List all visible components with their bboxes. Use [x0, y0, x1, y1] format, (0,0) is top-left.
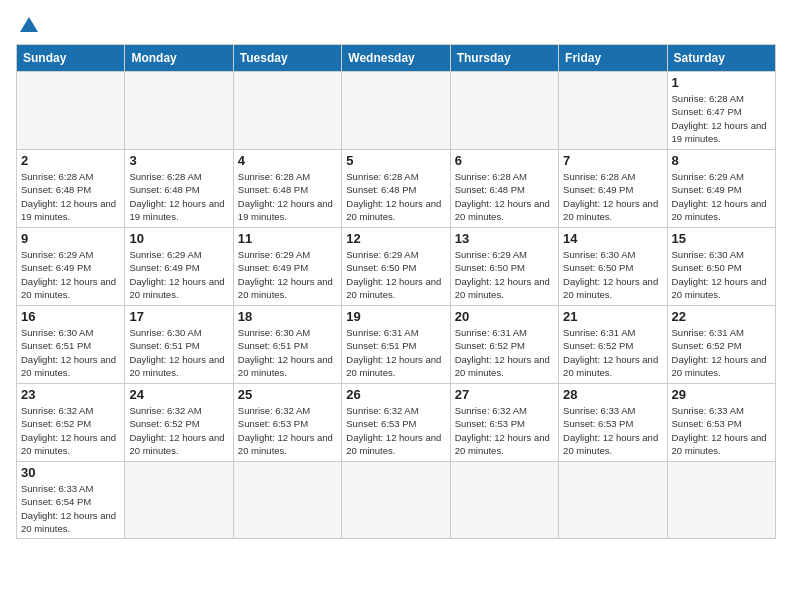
weekday-header-tuesday: Tuesday [233, 45, 341, 72]
day-info: Sunrise: 6:29 AM Sunset: 6:49 PM Dayligh… [238, 248, 337, 301]
day-number: 22 [672, 309, 771, 324]
calendar-day-cell: 28Sunrise: 6:33 AM Sunset: 6:53 PM Dayli… [559, 384, 667, 462]
day-info: Sunrise: 6:28 AM Sunset: 6:48 PM Dayligh… [129, 170, 228, 223]
calendar-day-cell [342, 72, 450, 150]
day-number: 6 [455, 153, 554, 168]
calendar-day-cell: 11Sunrise: 6:29 AM Sunset: 6:49 PM Dayli… [233, 228, 341, 306]
weekday-header-wednesday: Wednesday [342, 45, 450, 72]
day-info: Sunrise: 6:30 AM Sunset: 6:50 PM Dayligh… [563, 248, 662, 301]
day-number: 1 [672, 75, 771, 90]
day-number: 27 [455, 387, 554, 402]
day-number: 16 [21, 309, 120, 324]
day-number: 7 [563, 153, 662, 168]
day-info: Sunrise: 6:30 AM Sunset: 6:51 PM Dayligh… [21, 326, 120, 379]
day-info: Sunrise: 6:33 AM Sunset: 6:53 PM Dayligh… [672, 404, 771, 457]
calendar-week-row: 9Sunrise: 6:29 AM Sunset: 6:49 PM Daylig… [17, 228, 776, 306]
calendar-day-cell: 15Sunrise: 6:30 AM Sunset: 6:50 PM Dayli… [667, 228, 775, 306]
day-number: 26 [346, 387, 445, 402]
calendar-day-cell: 25Sunrise: 6:32 AM Sunset: 6:53 PM Dayli… [233, 384, 341, 462]
calendar-week-row: 2Sunrise: 6:28 AM Sunset: 6:48 PM Daylig… [17, 150, 776, 228]
calendar-day-cell: 19Sunrise: 6:31 AM Sunset: 6:51 PM Dayli… [342, 306, 450, 384]
day-info: Sunrise: 6:30 AM Sunset: 6:51 PM Dayligh… [129, 326, 228, 379]
calendar-week-row: 23Sunrise: 6:32 AM Sunset: 6:52 PM Dayli… [17, 384, 776, 462]
day-info: Sunrise: 6:29 AM Sunset: 6:50 PM Dayligh… [346, 248, 445, 301]
calendar-day-cell: 6Sunrise: 6:28 AM Sunset: 6:48 PM Daylig… [450, 150, 558, 228]
calendar-day-cell [667, 462, 775, 539]
calendar-day-cell [125, 462, 233, 539]
calendar-day-cell [450, 72, 558, 150]
calendar-day-cell: 30Sunrise: 6:33 AM Sunset: 6:54 PM Dayli… [17, 462, 125, 539]
logo [16, 16, 40, 36]
day-number: 28 [563, 387, 662, 402]
day-number: 25 [238, 387, 337, 402]
calendar-day-cell: 16Sunrise: 6:30 AM Sunset: 6:51 PM Dayli… [17, 306, 125, 384]
day-info: Sunrise: 6:31 AM Sunset: 6:52 PM Dayligh… [563, 326, 662, 379]
weekday-header-saturday: Saturday [667, 45, 775, 72]
calendar-day-cell [559, 72, 667, 150]
calendar-week-row: 1Sunrise: 6:28 AM Sunset: 6:47 PM Daylig… [17, 72, 776, 150]
calendar-day-cell: 22Sunrise: 6:31 AM Sunset: 6:52 PM Dayli… [667, 306, 775, 384]
calendar-day-cell [342, 462, 450, 539]
calendar-day-cell: 5Sunrise: 6:28 AM Sunset: 6:48 PM Daylig… [342, 150, 450, 228]
day-number: 17 [129, 309, 228, 324]
calendar-day-cell: 18Sunrise: 6:30 AM Sunset: 6:51 PM Dayli… [233, 306, 341, 384]
weekday-header-friday: Friday [559, 45, 667, 72]
day-number: 12 [346, 231, 445, 246]
calendar-day-cell: 8Sunrise: 6:29 AM Sunset: 6:49 PM Daylig… [667, 150, 775, 228]
day-number: 14 [563, 231, 662, 246]
day-info: Sunrise: 6:28 AM Sunset: 6:48 PM Dayligh… [455, 170, 554, 223]
day-info: Sunrise: 6:31 AM Sunset: 6:52 PM Dayligh… [455, 326, 554, 379]
day-number: 15 [672, 231, 771, 246]
day-info: Sunrise: 6:28 AM Sunset: 6:48 PM Dayligh… [21, 170, 120, 223]
calendar-day-cell: 10Sunrise: 6:29 AM Sunset: 6:49 PM Dayli… [125, 228, 233, 306]
day-number: 10 [129, 231, 228, 246]
day-info: Sunrise: 6:32 AM Sunset: 6:53 PM Dayligh… [346, 404, 445, 457]
calendar-day-cell: 27Sunrise: 6:32 AM Sunset: 6:53 PM Dayli… [450, 384, 558, 462]
calendar-day-cell: 4Sunrise: 6:28 AM Sunset: 6:48 PM Daylig… [233, 150, 341, 228]
day-number: 8 [672, 153, 771, 168]
calendar-week-row: 30Sunrise: 6:33 AM Sunset: 6:54 PM Dayli… [17, 462, 776, 539]
day-number: 20 [455, 309, 554, 324]
weekday-header-row: SundayMondayTuesdayWednesdayThursdayFrid… [17, 45, 776, 72]
day-number: 18 [238, 309, 337, 324]
day-info: Sunrise: 6:31 AM Sunset: 6:51 PM Dayligh… [346, 326, 445, 379]
calendar-week-row: 16Sunrise: 6:30 AM Sunset: 6:51 PM Dayli… [17, 306, 776, 384]
day-number: 29 [672, 387, 771, 402]
logo-icon [18, 14, 40, 36]
calendar-day-cell: 14Sunrise: 6:30 AM Sunset: 6:50 PM Dayli… [559, 228, 667, 306]
day-info: Sunrise: 6:30 AM Sunset: 6:51 PM Dayligh… [238, 326, 337, 379]
day-number: 4 [238, 153, 337, 168]
day-info: Sunrise: 6:32 AM Sunset: 6:53 PM Dayligh… [455, 404, 554, 457]
calendar-day-cell: 13Sunrise: 6:29 AM Sunset: 6:50 PM Dayli… [450, 228, 558, 306]
day-number: 19 [346, 309, 445, 324]
day-number: 13 [455, 231, 554, 246]
day-info: Sunrise: 6:28 AM Sunset: 6:48 PM Dayligh… [238, 170, 337, 223]
calendar-day-cell: 7Sunrise: 6:28 AM Sunset: 6:49 PM Daylig… [559, 150, 667, 228]
weekday-header-thursday: Thursday [450, 45, 558, 72]
calendar-day-cell: 21Sunrise: 6:31 AM Sunset: 6:52 PM Dayli… [559, 306, 667, 384]
day-info: Sunrise: 6:32 AM Sunset: 6:53 PM Dayligh… [238, 404, 337, 457]
calendar-day-cell: 2Sunrise: 6:28 AM Sunset: 6:48 PM Daylig… [17, 150, 125, 228]
day-number: 11 [238, 231, 337, 246]
calendar-day-cell: 9Sunrise: 6:29 AM Sunset: 6:49 PM Daylig… [17, 228, 125, 306]
calendar-table: SundayMondayTuesdayWednesdayThursdayFrid… [16, 44, 776, 539]
day-info: Sunrise: 6:28 AM Sunset: 6:47 PM Dayligh… [672, 92, 771, 145]
weekday-header-sunday: Sunday [17, 45, 125, 72]
day-number: 21 [563, 309, 662, 324]
page-header [16, 16, 776, 36]
day-number: 9 [21, 231, 120, 246]
calendar-day-cell: 23Sunrise: 6:32 AM Sunset: 6:52 PM Dayli… [17, 384, 125, 462]
day-info: Sunrise: 6:32 AM Sunset: 6:52 PM Dayligh… [129, 404, 228, 457]
day-number: 2 [21, 153, 120, 168]
calendar-day-cell: 24Sunrise: 6:32 AM Sunset: 6:52 PM Dayli… [125, 384, 233, 462]
day-info: Sunrise: 6:32 AM Sunset: 6:52 PM Dayligh… [21, 404, 120, 457]
calendar-day-cell: 12Sunrise: 6:29 AM Sunset: 6:50 PM Dayli… [342, 228, 450, 306]
day-info: Sunrise: 6:29 AM Sunset: 6:50 PM Dayligh… [455, 248, 554, 301]
calendar-day-cell: 3Sunrise: 6:28 AM Sunset: 6:48 PM Daylig… [125, 150, 233, 228]
day-info: Sunrise: 6:28 AM Sunset: 6:48 PM Dayligh… [346, 170, 445, 223]
calendar-day-cell [233, 72, 341, 150]
calendar-day-cell [17, 72, 125, 150]
day-info: Sunrise: 6:33 AM Sunset: 6:53 PM Dayligh… [563, 404, 662, 457]
svg-marker-0 [20, 17, 38, 32]
calendar-day-cell: 1Sunrise: 6:28 AM Sunset: 6:47 PM Daylig… [667, 72, 775, 150]
